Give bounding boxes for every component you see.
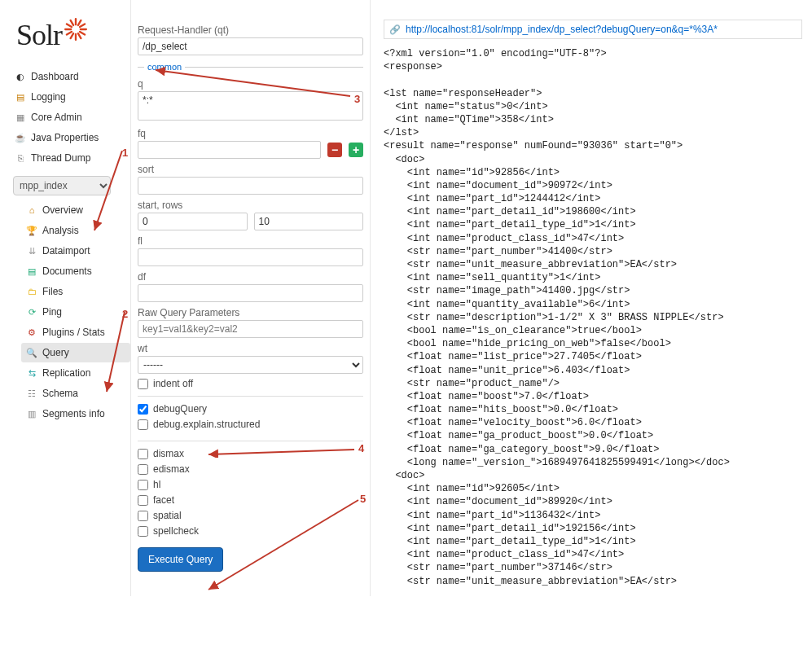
- hl-checkbox[interactable]: [138, 480, 148, 490]
- nav-segments[interactable]: ▥Segments info: [21, 404, 130, 423]
- dismax-label: dismax: [153, 448, 184, 459]
- schema-icon: ☷: [26, 388, 37, 399]
- indent-label: indent off: [153, 378, 193, 389]
- edismax-checkbox[interactable]: [138, 464, 148, 475]
- svg-rect-5: [75, 18, 77, 25]
- nav-label: Schema: [42, 388, 78, 399]
- fl-input[interactable]: [138, 248, 363, 266]
- sun-icon: [64, 18, 87, 41]
- facet-label: facet: [153, 494, 174, 506]
- trophy-icon: 🏆: [26, 225, 37, 236]
- home-icon: ⌂: [26, 204, 37, 216]
- nav-label: Replication: [42, 367, 90, 379]
- qt-input[interactable]: [138, 37, 363, 55]
- edismax-label: edismax: [153, 463, 190, 475]
- result-url-bar: 🔗 http://localhost:81/solr/mpp_index/dp_…: [384, 20, 802, 39]
- debugquery-label: debugQuery: [153, 403, 207, 415]
- nav-dashboard[interactable]: ◐Dashboard: [10, 67, 130, 86]
- indent-checkbox[interactable]: [138, 379, 148, 389]
- fq-input[interactable]: [138, 141, 321, 159]
- nav-label: Core Admin: [31, 112, 82, 123]
- link-icon: 🔗: [389, 24, 401, 35]
- raw-input[interactable]: [138, 320, 363, 338]
- doc-icon: ▤: [26, 265, 37, 277]
- debugquery-checkbox[interactable]: [138, 404, 148, 415]
- plugin-icon: ⚙: [26, 327, 37, 338]
- gauge-icon: ◐: [15, 71, 26, 82]
- import-icon: ⇊: [26, 245, 37, 257]
- nav-documents[interactable]: ▤Documents: [21, 261, 130, 281]
- log-icon: ▤: [15, 91, 26, 103]
- wt-select[interactable]: ------: [138, 356, 363, 374]
- nav-files[interactable]: 🗀Files: [21, 282, 130, 301]
- spatial-checkbox[interactable]: [138, 511, 148, 521]
- startrows-label: start, rows: [138, 200, 363, 211]
- grid-icon: ▦: [15, 112, 26, 123]
- nav-replication[interactable]: ⇆Replication: [21, 363, 130, 383]
- fl-label: fl: [138, 235, 363, 247]
- nav-label: Analysis: [42, 225, 79, 236]
- repl-icon: ⇆: [26, 367, 37, 379]
- q-label: q: [138, 78, 363, 90]
- java-icon: ☕: [15, 132, 26, 143]
- nav-label: Logging: [31, 91, 66, 103]
- df-input[interactable]: [138, 284, 363, 302]
- sort-label: sort: [138, 164, 363, 175]
- legend-common: common: [144, 62, 185, 72]
- nav-label: Java Properties: [31, 132, 99, 143]
- facet-checkbox[interactable]: [138, 495, 148, 506]
- fq-remove-button[interactable]: −: [327, 143, 342, 157]
- solr-logo: Solr: [16, 18, 130, 52]
- result-url-link[interactable]: http://localhost:81/solr/mpp_index/dp_se…: [406, 24, 718, 35]
- nav-label: Files: [42, 286, 63, 297]
- execute-query-button[interactable]: Execute Query: [138, 547, 223, 572]
- nav-label: Dashboard: [31, 71, 79, 82]
- search-icon: 🔍: [26, 347, 37, 358]
- rows-input[interactable]: [254, 213, 364, 230]
- nav-logging[interactable]: ▤Logging: [10, 87, 130, 107]
- nav-query[interactable]: 🔍Query: [21, 343, 130, 362]
- wt-label: wt: [138, 343, 363, 354]
- raw-label: Raw Query Parameters: [138, 307, 363, 318]
- nav-label: Dataimport: [42, 245, 90, 257]
- thread-icon: ⎘: [15, 152, 26, 164]
- spatial-label: spatial: [153, 510, 182, 521]
- hl-label: hl: [153, 479, 160, 490]
- fq-add-button[interactable]: +: [349, 143, 363, 157]
- qt-label: Request-Handler (qt): [138, 24, 363, 36]
- dismax-checkbox[interactable]: [138, 449, 148, 459]
- ping-icon: ⟳: [26, 306, 37, 318]
- sort-input[interactable]: [138, 177, 363, 195]
- nav-label: Documents: [42, 265, 92, 277]
- nav-label: Query: [42, 347, 69, 358]
- nav-threaddump[interactable]: ⎘Thread Dump: [10, 148, 130, 168]
- nav-label: Plugins / Stats: [42, 327, 105, 338]
- spellcheck-checkbox[interactable]: [138, 526, 148, 537]
- nav-analysis[interactable]: 🏆Analysis: [21, 221, 130, 240]
- nav-ping[interactable]: ⟳Ping: [21, 302, 130, 322]
- nav-label: Ping: [42, 306, 62, 318]
- df-label: df: [138, 271, 363, 283]
- xml-response: <?xml version="1.0" encoding="UTF-8"?> <…: [384, 47, 802, 588]
- nav-overview[interactable]: ⌂Overview: [21, 200, 130, 220]
- nav-label: Overview: [42, 204, 83, 216]
- nav-schema[interactable]: ☷Schema: [21, 384, 130, 403]
- core-selector[interactable]: mpp_index: [13, 176, 111, 195]
- nav-plugins[interactable]: ⚙Plugins / Stats: [21, 322, 130, 342]
- fq-label: fq: [138, 128, 363, 139]
- nav-dataimport[interactable]: ⇊Dataimport: [21, 241, 130, 261]
- folder-icon: 🗀: [26, 286, 37, 297]
- debugexplain-label: debug.explain.structured: [153, 419, 260, 430]
- debugexplain-checkbox[interactable]: [138, 419, 148, 430]
- nav-coreadmin[interactable]: ▦Core Admin: [10, 108, 130, 127]
- spellcheck-label: spellcheck: [153, 525, 199, 537]
- start-input[interactable]: [138, 213, 248, 230]
- nav-javaprops[interactable]: ☕Java Properties: [10, 128, 130, 147]
- q-input[interactable]: *:*: [138, 91, 363, 121]
- nav-label: Segments info: [42, 408, 105, 419]
- segments-icon: ▥: [26, 408, 37, 419]
- nav-label: Thread Dump: [31, 152, 90, 164]
